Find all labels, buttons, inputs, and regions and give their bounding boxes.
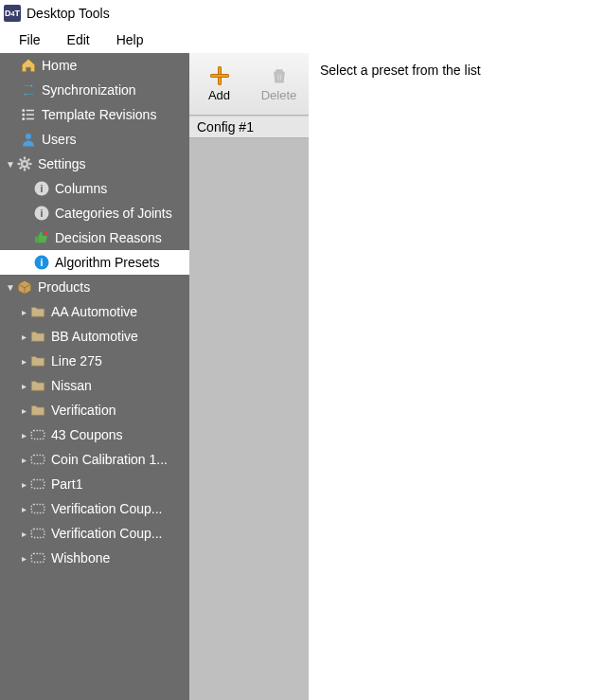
chevron-right-icon: ▸ xyxy=(19,430,28,440)
home-icon xyxy=(19,56,38,75)
chevron-right-icon: ▸ xyxy=(19,455,28,465)
svg-rect-29 xyxy=(279,74,280,81)
sidebar-item-product[interactable]: ▸Verification xyxy=(0,398,189,422)
delete-button[interactable]: Delete xyxy=(249,53,309,115)
sidebar-label: 43 Coupons xyxy=(51,427,123,442)
svg-point-0 xyxy=(22,109,25,112)
sidebar-item-product[interactable]: ▸Verification Coup... xyxy=(0,521,189,546)
chevron-right-icon: ▸ xyxy=(19,356,28,367)
folder-icon xyxy=(28,401,47,420)
detail-placeholder: Select a preset from the list xyxy=(320,63,594,78)
list-icon xyxy=(19,105,38,124)
svg-rect-23 xyxy=(31,456,44,464)
trash-icon xyxy=(270,65,289,86)
preset-item[interactable]: Config #1 xyxy=(189,116,309,138)
preset-list: Config #1 xyxy=(189,116,309,700)
svg-rect-25 xyxy=(31,505,44,513)
sidebar-label: Products xyxy=(38,279,90,295)
sidebar-item-products[interactable]: ▼ Products xyxy=(0,275,189,299)
sidebar-label: Line 275 xyxy=(51,353,102,368)
svg-text:i: i xyxy=(41,257,44,268)
svg-rect-1 xyxy=(27,110,34,112)
sidebar-item-template-revisions[interactable]: Template Revisions xyxy=(0,102,189,127)
info-icon: i xyxy=(32,204,51,223)
chevron-right-icon: ▸ xyxy=(19,332,28,342)
sidebar-label: Categories of Joints xyxy=(55,206,172,221)
menu-edit[interactable]: Edit xyxy=(54,28,103,51)
svg-line-15 xyxy=(27,159,29,161)
add-button-label: Add xyxy=(208,88,230,102)
svg-rect-5 xyxy=(27,118,34,120)
sidebar-item-algorithm-presets[interactable]: i Algorithm Presets xyxy=(0,250,189,275)
preset-panel: Add Delete Config #1 xyxy=(189,53,309,700)
sidebar-label: Verification Coup... xyxy=(51,526,163,541)
window-title: Desktop Tools xyxy=(27,6,110,21)
part-icon xyxy=(28,475,47,494)
svg-text:i: i xyxy=(41,183,44,194)
plus-icon xyxy=(209,65,230,86)
info-icon: i xyxy=(32,253,51,272)
sidebar-item-product[interactable]: ▸Wishbone xyxy=(0,546,189,570)
sidebar-label: Nissan xyxy=(51,378,92,393)
preset-toolbar: Add Delete xyxy=(189,53,309,116)
sidebar-item-product[interactable]: ▸AA Automotive xyxy=(0,299,189,324)
sidebar-label: Synchronization xyxy=(42,82,136,98)
product-list: ▸AA Automotive▸BB Automotive▸Line 275▸Ni… xyxy=(0,299,189,570)
folder-icon xyxy=(28,327,47,346)
svg-rect-27 xyxy=(31,554,44,563)
svg-rect-24 xyxy=(31,480,44,489)
sidebar-item-settings[interactable]: ▼ Settings xyxy=(0,152,189,176)
part-icon xyxy=(28,548,47,567)
gear-icon xyxy=(15,154,34,173)
sidebar-item-product[interactable]: ▸Nissan xyxy=(0,373,189,398)
svg-text:i: i xyxy=(41,207,44,219)
titlebar: D4T Desktop Tools xyxy=(0,0,605,27)
add-button[interactable]: Add xyxy=(189,53,249,115)
chevron-right-icon: ▸ xyxy=(19,479,28,490)
sidebar-label: Wishbone xyxy=(51,550,110,565)
sidebar-item-product[interactable]: ▸Coin Calibration 1... xyxy=(0,447,189,472)
chevron-right-icon: ▸ xyxy=(19,307,28,317)
sidebar-item-product[interactable]: ▸43 Coupons xyxy=(0,422,189,447)
svg-rect-22 xyxy=(31,431,44,440)
sidebar-label: Algorithm Presets xyxy=(55,255,159,270)
part-icon xyxy=(28,450,47,469)
sidebar-item-categories-of-joints[interactable]: i Categories of Joints xyxy=(0,201,189,225)
svg-line-12 xyxy=(20,159,22,161)
sidebar-label: Columns xyxy=(55,181,107,196)
sidebar-label: Part1 xyxy=(51,476,82,492)
sidebar-item-sync[interactable]: Synchronization xyxy=(0,78,189,102)
detail-panel: Select a preset from the list xyxy=(309,53,605,700)
svg-point-4 xyxy=(22,117,25,120)
workspace: Home Synchronization Template Revisions … xyxy=(0,53,605,700)
sidebar-label: Decision Reasons xyxy=(55,230,162,245)
sidebar-item-decision-reasons[interactable]: Decision Reasons xyxy=(0,225,189,250)
sidebar-item-product[interactable]: ▸Verification Coup... xyxy=(0,496,189,521)
sidebar-item-product[interactable]: ▸Line 275 xyxy=(0,349,189,373)
svg-rect-28 xyxy=(277,74,278,81)
part-icon xyxy=(28,425,47,444)
app-icon: D4T xyxy=(4,5,21,22)
svg-rect-26 xyxy=(31,529,44,538)
svg-point-2 xyxy=(22,114,25,117)
part-icon xyxy=(28,524,47,543)
sidebar-item-users[interactable]: Users xyxy=(0,127,189,152)
sidebar-label: Verification xyxy=(51,403,116,418)
svg-line-13 xyxy=(27,167,29,169)
sidebar-item-columns[interactable]: i Columns xyxy=(0,176,189,201)
user-icon xyxy=(19,130,38,149)
menu-file[interactable]: File xyxy=(6,28,54,51)
sync-icon xyxy=(19,81,38,99)
chevron-down-icon: ▼ xyxy=(6,282,15,293)
sidebar-item-home[interactable]: Home xyxy=(0,53,189,78)
svg-point-6 xyxy=(26,134,31,139)
menu-help[interactable]: Help xyxy=(103,28,157,51)
box-icon xyxy=(15,278,34,296)
folder-icon xyxy=(28,302,47,321)
sidebar: Home Synchronization Template Revisions … xyxy=(0,53,189,700)
chevron-right-icon: ▸ xyxy=(19,504,28,514)
sidebar-item-product[interactable]: ▸BB Automotive xyxy=(0,324,189,349)
sidebar-item-product[interactable]: ▸Part1 xyxy=(0,472,189,496)
svg-point-7 xyxy=(22,161,27,167)
thumbs-icon xyxy=(32,228,51,247)
